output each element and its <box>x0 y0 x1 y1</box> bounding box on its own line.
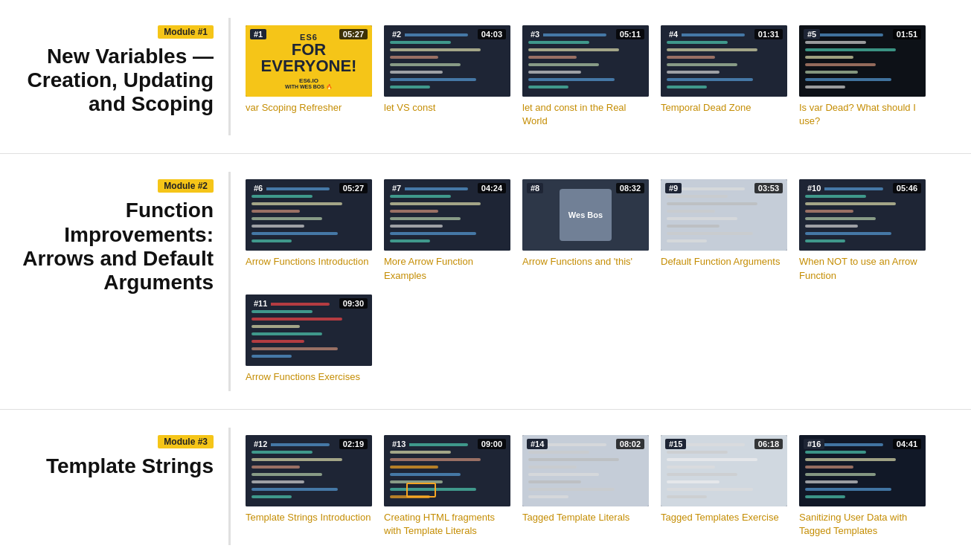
video-card[interactable]: #204:03let VS const <box>384 25 510 128</box>
video-duration: 01:31 <box>754 29 783 39</box>
video-title[interactable]: Default Function Arguments <box>661 255 787 268</box>
video-duration: 04:41 <box>893 439 921 449</box>
module-content: #105:27 ES6 FOR EVERYONE! ES6.IO WITH WE… <box>231 18 971 135</box>
video-card[interactable]: #1408:02Tagged Template Literals <box>522 435 649 538</box>
video-number: #1 <box>250 29 266 39</box>
video-duration: 04:03 <box>478 29 506 39</box>
video-thumbnail[interactable]: #704:24 <box>384 179 510 251</box>
module-title: New Variables — Creation, Updating and S… <box>7 45 214 117</box>
video-card[interactable]: #605:27Arrow Functions Introduction <box>246 179 372 282</box>
video-thumbnail[interactable]: #204:03 <box>384 25 510 97</box>
video-number: #16 <box>804 439 824 449</box>
video-card[interactable]: #1604:41Sanitizing User Data with Tagged… <box>799 435 926 538</box>
module-sidebar: Module #2Function Improvements: Arrows a… <box>0 172 231 391</box>
video-thumbnail[interactable]: #1109:30 <box>246 295 372 366</box>
video-thumbnail[interactable]: #1506:18 <box>661 435 787 506</box>
video-duration: 05:27 <box>339 29 368 39</box>
video-card[interactable]: #105:27 ES6 FOR EVERYONE! ES6.IO WITH WE… <box>246 25 372 128</box>
video-number: #3 <box>527 29 543 39</box>
video-title[interactable]: Arrow Functions Exercises <box>246 370 372 384</box>
video-number: #13 <box>388 439 409 449</box>
video-card[interactable]: #1309:00Creating HTML fragments with Tem… <box>384 435 510 538</box>
video-thumbnail[interactable]: #105:27 ES6 FOR EVERYONE! ES6.IO WITH WE… <box>246 25 372 97</box>
module-row: Module #2Function Improvements: Arrows a… <box>0 154 971 410</box>
video-duration: 05:46 <box>893 183 921 193</box>
video-number: #4 <box>665 29 682 39</box>
video-title[interactable]: Arrow Functions and 'this' <box>522 255 649 268</box>
video-thumbnail[interactable]: #1408:02 <box>522 435 649 506</box>
module-badge: Module #2 <box>158 179 214 193</box>
video-number: #15 <box>665 439 686 449</box>
module-badge: Module #1 <box>158 25 214 39</box>
module-row: Module #3Template Strings#1202:19Templat… <box>0 410 971 560</box>
video-thumbnail[interactable]: #605:27 <box>246 179 372 251</box>
video-duration: 02:19 <box>339 439 368 449</box>
video-duration: 08:02 <box>616 439 644 449</box>
video-duration: 01:51 <box>893 29 921 39</box>
video-number: #10 <box>804 183 824 193</box>
video-number: #14 <box>527 439 548 449</box>
video-title[interactable]: Tagged Template Literals <box>522 511 649 524</box>
video-thumbnail[interactable]: #1309:00 <box>384 435 510 506</box>
video-title[interactable]: let VS const <box>384 101 510 115</box>
page: Module #1New Variables — Creation, Updat… <box>0 0 971 560</box>
video-number: #7 <box>388 183 405 193</box>
video-title[interactable]: More Arrow Function Examples <box>384 255 510 282</box>
video-thumbnail[interactable]: #1202:19 <box>246 435 372 506</box>
module-sidebar: Module #1New Variables — Creation, Updat… <box>0 18 231 135</box>
video-title[interactable]: When NOT to use an Arrow Function <box>799 255 926 282</box>
video-title[interactable]: var Scoping Refresher <box>246 101 372 115</box>
video-duration: 03:53 <box>754 183 783 193</box>
video-thumbnail[interactable]: #401:31 <box>661 25 787 97</box>
video-number: #12 <box>250 439 271 449</box>
video-duration: 06:18 <box>754 439 783 449</box>
video-duration: 05:11 <box>616 29 644 39</box>
video-number: #11 <box>250 298 271 309</box>
video-thumbnail[interactable]: #1005:46 <box>799 179 926 251</box>
video-title[interactable]: Creating HTML fragments with Template Li… <box>384 511 510 538</box>
video-card[interactable]: #704:24More Arrow Function Examples <box>384 179 510 282</box>
module-title: Function Improvements: Arrows and Defaul… <box>7 199 214 295</box>
video-title[interactable]: Arrow Functions Introduction <box>246 255 372 268</box>
video-card[interactable]: #903:53Default Function Arguments <box>661 179 787 282</box>
video-duration: 09:30 <box>339 298 368 309</box>
video-card[interactable]: #401:31Temporal Dead Zone <box>661 25 787 128</box>
video-thumbnail[interactable]: #501:51 <box>799 25 926 97</box>
video-thumbnail[interactable]: #305:11 <box>522 25 649 97</box>
video-thumbnail[interactable]: #1604:41 <box>799 435 926 506</box>
video-title[interactable]: Sanitizing User Data with Tagged Templat… <box>799 511 926 538</box>
video-thumbnail[interactable]: #808:32Wes Bos <box>522 179 649 251</box>
video-card[interactable]: #1202:19Template Strings Introduction <box>246 435 372 538</box>
video-thumbnail[interactable]: #903:53 <box>661 179 787 251</box>
module-content: #1202:19Template Strings Introduction#13… <box>231 428 971 545</box>
video-title[interactable]: Temporal Dead Zone <box>661 101 787 115</box>
module-content: #605:27Arrow Functions Introduction#704:… <box>231 172 971 391</box>
module-title: Template Strings <box>46 454 214 478</box>
video-card[interactable]: #1506:18Tagged Templates Exercise <box>661 435 787 538</box>
video-card[interactable]: #808:32Wes BosArrow Functions and 'this' <box>522 179 649 282</box>
video-card[interactable]: #501:51Is var Dead? What should I use? <box>799 25 926 128</box>
module-sidebar: Module #3Template Strings <box>0 428 231 545</box>
video-title[interactable]: Is var Dead? What should I use? <box>799 101 926 128</box>
video-duration: 04:24 <box>478 183 506 193</box>
module-badge: Module #3 <box>158 435 214 448</box>
video-title[interactable]: let and const in the Real World <box>522 101 649 128</box>
video-card[interactable]: #1005:46When NOT to use an Arrow Functio… <box>799 179 926 282</box>
video-duration: 09:00 <box>478 439 506 449</box>
video-number: #9 <box>665 183 682 193</box>
video-number: #6 <box>250 183 266 193</box>
video-title[interactable]: Tagged Templates Exercise <box>661 511 787 524</box>
video-number: #2 <box>388 29 405 39</box>
module-row: Module #1New Variables — Creation, Updat… <box>0 0 971 154</box>
video-duration: 05:27 <box>339 183 368 193</box>
video-number: #8 <box>527 183 543 193</box>
video-card[interactable]: #1109:30Arrow Functions Exercises <box>246 295 372 384</box>
video-duration: 08:32 <box>616 183 644 193</box>
video-card[interactable]: #305:11let and const in the Real World <box>522 25 649 128</box>
video-title[interactable]: Template Strings Introduction <box>246 511 372 524</box>
video-number: #5 <box>804 29 820 39</box>
